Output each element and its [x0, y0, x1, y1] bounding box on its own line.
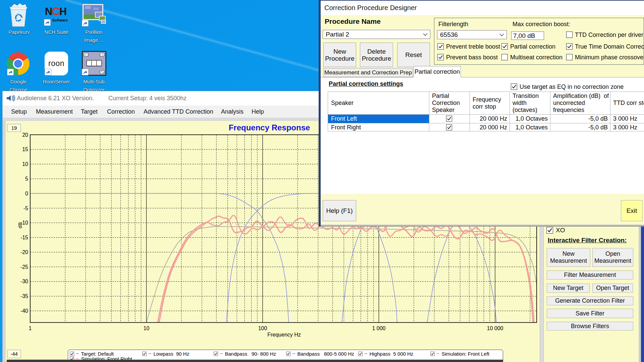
svg-text:0: 0	[25, 191, 28, 196]
svg-text:100: 100	[258, 325, 267, 331]
svg-text:10: 10	[144, 325, 150, 331]
svg-text:-5: -5	[23, 205, 28, 211]
svg-text:20: 20	[22, 132, 28, 138]
svg-text:-44: -44	[10, 351, 18, 357]
svg-text:-20: -20	[20, 249, 28, 255]
svg-text:dB: dB	[17, 222, 23, 228]
svg-text:19: 19	[11, 125, 17, 131]
svg-text:15: 15	[22, 146, 28, 152]
svg-text:1 000: 1 000	[372, 325, 385, 331]
svg-text:10 000: 10 000	[487, 325, 503, 331]
svg-text:-40: -40	[20, 308, 28, 314]
svg-text:-25: -25	[20, 264, 28, 270]
svg-text:5: 5	[25, 176, 28, 182]
svg-text:Frequency Response: Frequency Response	[229, 123, 310, 132]
svg-text:-15: -15	[20, 235, 28, 240]
svg-text:-35: -35	[20, 293, 28, 299]
svg-text:Frequency Hz: Frequency Hz	[267, 332, 301, 338]
svg-text:10: 10	[22, 161, 28, 167]
svg-text:-30: -30	[20, 279, 28, 284]
svg-text:1: 1	[29, 325, 32, 331]
